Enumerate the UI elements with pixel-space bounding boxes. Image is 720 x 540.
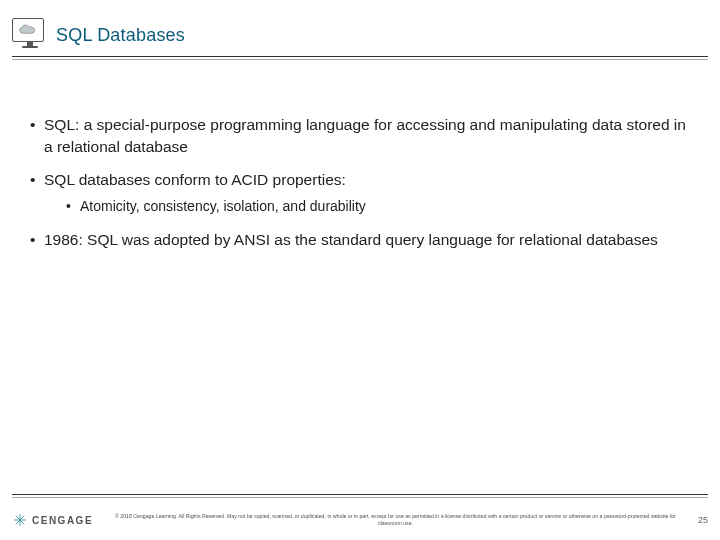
bullet-text: SQL databases conform to ACID properties… (44, 171, 346, 188)
bullet-item: 1986: SQL was adopted by ANSI as the sta… (30, 229, 690, 251)
svg-line-1 (20, 516, 24, 520)
bullet-text: 1986: SQL was adopted by ANSI as the sta… (44, 231, 658, 248)
title-divider (12, 56, 708, 62)
footer-divider (12, 494, 708, 498)
slide-footer: CENGAGE © 2018 Cengage Learning. All Rig… (0, 500, 720, 540)
logo-text: CENGAGE (32, 515, 93, 526)
slide-content: SQL: a special-purpose programming langu… (0, 52, 720, 250)
cloud-monitor-icon (12, 18, 48, 52)
copyright-text: © 2018 Cengage Learning. All Rights Rese… (93, 513, 698, 527)
sub-bullet-item: Atomicity, consistency, isolation, and d… (66, 197, 690, 217)
svg-line-3 (20, 520, 24, 524)
slide-title: SQL Databases (56, 25, 185, 46)
cloud-icon (18, 23, 38, 37)
page-number: 25 (698, 515, 708, 525)
slide-header: SQL Databases (0, 0, 720, 52)
bullet-item: SQL databases conform to ACID properties… (30, 169, 690, 216)
logo-burst-icon (12, 512, 28, 528)
bullet-text: SQL: a special-purpose programming langu… (44, 116, 686, 155)
cengage-logo: CENGAGE (12, 512, 93, 528)
bullet-item: SQL: a special-purpose programming langu… (30, 114, 690, 157)
svg-line-5 (16, 520, 20, 524)
svg-line-7 (16, 516, 20, 520)
sub-bullet-text: Atomicity, consistency, isolation, and d… (80, 198, 366, 214)
